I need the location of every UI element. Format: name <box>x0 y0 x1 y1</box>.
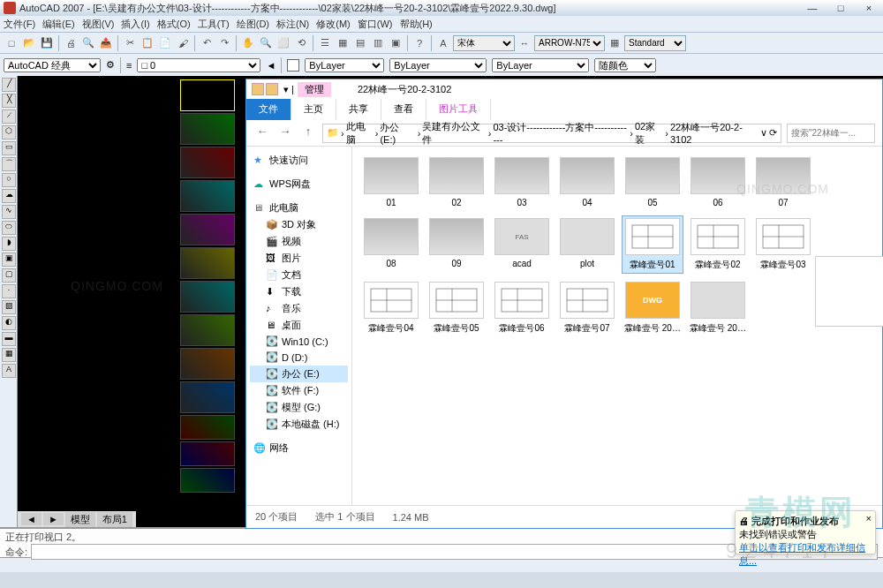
up-icon[interactable]: ↑ <box>299 124 317 142</box>
notification-close-icon[interactable]: × <box>866 513 872 524</box>
file-item[interactable]: 09 <box>426 216 487 273</box>
menu-dim[interactable]: 标注(N) <box>276 18 309 31</box>
tab-view[interactable]: 查看 <box>381 99 426 120</box>
file-item[interactable]: 霖峰壹号05 <box>426 280 487 336</box>
dim-style-icon[interactable]: ↔ <box>517 35 532 51</box>
save-icon[interactable]: 💾 <box>39 35 55 51</box>
file-item[interactable]: 08 <box>361 216 421 273</box>
sidebar-desktop[interactable]: 🖥桌面 <box>250 317 348 334</box>
sheet-thumb[interactable] <box>180 281 235 313</box>
maximize-button[interactable]: □ <box>830 3 851 13</box>
file-item[interactable]: FASacad <box>492 216 552 273</box>
crumb-item[interactable]: 02家装 <box>635 120 663 147</box>
layout-tab[interactable]: 布局1 <box>97 512 132 527</box>
file-item[interactable]: plot <box>557 216 617 273</box>
zoom-prev-icon[interactable]: ⟲ <box>293 35 309 51</box>
ellipse-icon[interactable]: ⬭ <box>2 221 16 235</box>
font-select[interactable]: 宋体 <box>453 35 515 51</box>
insert-icon[interactable]: ▣ <box>2 253 16 267</box>
file-item[interactable]: 霖峰壹号06 <box>492 280 552 336</box>
help-icon[interactable]: ? <box>411 35 427 51</box>
manage-tab[interactable]: 管理 <box>298 82 331 97</box>
sidebar-videos[interactable]: 🎬视频 <box>250 233 348 250</box>
match-icon[interactable]: 🖌 <box>175 35 191 51</box>
close-button[interactable]: × <box>858 3 879 13</box>
calc-icon[interactable]: ▣ <box>388 35 404 51</box>
sidebar-music[interactable]: ♪音乐 <box>250 300 348 317</box>
design-center-icon[interactable]: ▦ <box>335 35 351 51</box>
layer-props-icon[interactable]: ≡ <box>126 60 132 71</box>
table-icon[interactable]: ▦ <box>2 348 16 362</box>
sidebar-drive-c[interactable]: 💽Win10 (C:) <box>250 334 348 350</box>
xline-icon[interactable]: ╳ <box>2 94 16 108</box>
block-icon[interactable]: ▢ <box>2 268 16 283</box>
polygon-icon[interactable]: ⬡ <box>2 125 16 139</box>
circle-icon[interactable]: ○ <box>2 173 16 187</box>
sheet-thumb[interactable] <box>180 113 235 145</box>
workspace-settings-icon[interactable]: ⚙ <box>106 59 115 71</box>
menu-draw[interactable]: 绘图(D) <box>237 18 269 31</box>
sheet-thumb[interactable] <box>180 381 235 413</box>
file-item[interactable]: 03 <box>492 155 552 209</box>
line-icon[interactable]: ╱ <box>2 78 16 92</box>
pan-icon[interactable]: ✋ <box>240 35 256 51</box>
search-input[interactable] <box>787 124 875 143</box>
crumb-item[interactable]: 22林峰一号20-2-3102 <box>670 121 758 145</box>
sidebar-pictures[interactable]: 🖼图片 <box>250 250 348 267</box>
sidebar-3d[interactable]: 📦3D 对象 <box>250 216 348 233</box>
redo-icon[interactable]: ↷ <box>216 35 232 51</box>
file-item[interactable]: 02 <box>426 155 487 209</box>
lineweight-select[interactable]: ByLayer <box>492 58 589 72</box>
layer-prev-icon[interactable]: ◄ <box>266 60 275 71</box>
tool-palette-icon[interactable]: ▤ <box>352 35 368 51</box>
minimize-button[interactable]: — <box>802 3 823 13</box>
file-item[interactable]: 霖峰壹号01 <box>623 216 683 273</box>
menu-view[interactable]: 视图(V) <box>82 18 115 31</box>
ellipse-arc-icon[interactable]: ◗ <box>2 237 16 251</box>
file-item[interactable]: 霖峰壹号02 <box>688 216 748 273</box>
menu-modify[interactable]: 修改(M) <box>316 18 351 31</box>
tab-file[interactable]: 文件 <box>246 99 291 120</box>
table-style-icon[interactable]: ▦ <box>607 35 623 51</box>
sidebar-drive-h[interactable]: 💽本地磁盘 (H:) <box>250 416 348 433</box>
arc-icon[interactable]: ⌒ <box>2 157 16 171</box>
tab-share[interactable]: 共享 <box>336 99 381 120</box>
new-icon[interactable]: □ <box>4 35 19 51</box>
sidebar-drive-g[interactable]: 💽模型 (G:) <box>250 399 348 416</box>
plotstyle-select[interactable]: 随颜色 <box>594 58 656 72</box>
print-icon[interactable]: 🖨 <box>63 35 79 51</box>
sidebar-drive-e[interactable]: 💽办公 (E:) <box>250 366 348 382</box>
sheet-thumb[interactable] <box>180 214 235 245</box>
undo-icon[interactable]: ↶ <box>199 35 215 51</box>
crumb-item[interactable]: 吴建有办公文件 <box>422 120 486 147</box>
sheet-thumb[interactable] <box>180 79 235 111</box>
preview-icon[interactable]: 🔍 <box>80 35 96 51</box>
region-icon[interactable]: ▬ <box>2 332 16 346</box>
sheet-thumb[interactable] <box>180 441 235 466</box>
cut-icon[interactable]: ✂ <box>122 35 138 51</box>
refresh-icon[interactable]: ⟳ <box>769 127 777 139</box>
gradient-icon[interactable]: ◐ <box>2 316 16 330</box>
paste-icon[interactable]: 📄 <box>157 35 173 51</box>
properties-icon[interactable]: ☰ <box>317 35 333 51</box>
menu-help[interactable]: 帮助(H) <box>400 18 433 31</box>
zoom-icon[interactable]: 🔍 <box>258 35 274 51</box>
sheet-thumb[interactable] <box>180 415 235 440</box>
sheet-thumb[interactable] <box>180 314 235 346</box>
style-select[interactable]: Standard <box>624 35 686 51</box>
breadcrumb[interactable]: 📁 ›此电脑 ›办公 (E:) ›吴建有办公文件 ›03-设计---------… <box>322 124 781 143</box>
sidebar-network[interactable]: 🌐网络 <box>250 440 348 456</box>
file-item[interactable]: 霖峰壹号 2022.9.30.dwl <box>688 280 748 336</box>
menu-insert[interactable]: 插入(I) <box>121 18 149 31</box>
crumb-item[interactable]: 办公 (E:) <box>380 121 415 145</box>
sheet-thumb[interactable] <box>180 147 235 178</box>
menu-window[interactable]: 窗口(W) <box>358 18 393 31</box>
publish-icon[interactable]: 📤 <box>98 35 114 51</box>
file-item[interactable]: 05 <box>623 155 683 209</box>
layer-select[interactable]: □ 0 <box>137 58 260 72</box>
file-item[interactable]: 霖峰壹号03 <box>753 216 813 273</box>
sidebar-drive-d[interactable]: 💽D (D:) <box>250 350 348 366</box>
sidebar-this-pc[interactable]: 🖥此电脑 <box>250 200 348 216</box>
crumb-item[interactable]: 此电脑 <box>346 120 374 147</box>
workspace-select[interactable]: AutoCAD 经典 <box>4 58 101 72</box>
